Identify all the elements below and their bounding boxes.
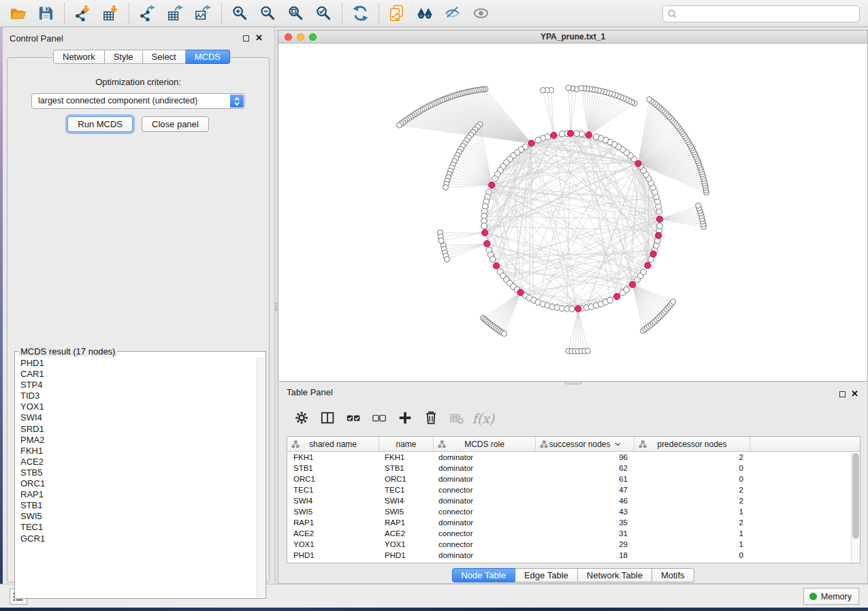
optimization-criterion-select[interactable]: largest connected component (undirected) xyxy=(31,93,245,109)
binoculars-icon xyxy=(417,5,434,22)
result-item[interactable]: FKH1 xyxy=(20,446,257,457)
table-vertical-scrollbar[interactable] xyxy=(851,452,860,563)
table-row[interactable]: RAP1RAP1dominator352 xyxy=(287,517,851,528)
toolbar-separator xyxy=(129,3,129,24)
table-row[interactable]: SWI5SWI5connector431 xyxy=(287,506,851,517)
import-table-button[interactable] xyxy=(97,2,125,25)
add-button[interactable] xyxy=(393,406,419,431)
add-icon xyxy=(398,410,414,427)
share-document-button[interactable] xyxy=(383,2,411,25)
memory-button[interactable]: Memory xyxy=(803,588,859,605)
save-button[interactable] xyxy=(32,2,60,25)
result-item[interactable]: STB5 xyxy=(20,467,257,478)
column-header-successor_nodes[interactable]: successor nodes xyxy=(536,437,634,452)
table-close-icon[interactable]: ✕ xyxy=(851,389,858,399)
result-item[interactable]: STP4 xyxy=(20,380,257,391)
zoom-in-button[interactable] xyxy=(226,2,254,25)
split-panel-button[interactable] xyxy=(315,406,341,431)
result-item[interactable]: YOX1 xyxy=(20,401,257,412)
cell-successor_nodes: 46 xyxy=(536,495,634,506)
table-float-icon[interactable] xyxy=(839,391,846,397)
graphics-details-button[interactable] xyxy=(439,2,467,25)
tab-select[interactable]: Select xyxy=(143,50,186,64)
tab-node-table[interactable]: Node Table xyxy=(451,568,515,582)
network-canvas[interactable] xyxy=(278,44,867,381)
network-graph[interactable] xyxy=(278,44,867,381)
eye-button[interactable] xyxy=(467,2,495,25)
close-panel-icon[interactable]: ✕ xyxy=(255,33,263,44)
zoom-fit-button[interactable] xyxy=(282,2,310,25)
gear-button[interactable] xyxy=(289,406,315,431)
trash-icon xyxy=(423,410,440,427)
export-table-button[interactable] xyxy=(161,2,189,25)
split-panel-icon xyxy=(320,410,336,427)
result-item[interactable]: SWI5 xyxy=(20,511,257,522)
column-label: shared name xyxy=(309,440,357,449)
optimization-criterion-label: Optimization criterion: xyxy=(7,77,269,87)
result-item[interactable]: STB1 xyxy=(20,500,257,511)
close-panel-button[interactable]: Close panel xyxy=(142,116,209,132)
column-header-shared_name[interactable]: shared name xyxy=(287,437,379,452)
cell-name: RAP1 xyxy=(379,517,434,528)
result-item[interactable]: TEC1 xyxy=(20,522,257,533)
network-window-title: YPA_prune.txt_1 xyxy=(278,31,867,43)
gear-icon xyxy=(294,410,310,427)
column-header-mcds_role[interactable]: MCDS role xyxy=(434,437,536,452)
tab-network[interactable]: Network xyxy=(53,50,105,64)
table-row[interactable]: PHD1PHD1dominator180 xyxy=(287,550,851,561)
cell-shared_name: TEC1 xyxy=(287,484,379,495)
zoom-selected-button[interactable] xyxy=(310,2,338,25)
table-row[interactable]: STB1STB1dominator620 xyxy=(287,463,851,474)
cell-successor_nodes: 43 xyxy=(536,506,634,517)
table-row[interactable]: SWI4SWI4dominator462 xyxy=(287,495,851,506)
open-file-button[interactable] xyxy=(4,2,32,25)
window-close-icon[interactable] xyxy=(285,33,292,41)
result-item[interactable]: TID3 xyxy=(20,391,257,401)
tab-motifs[interactable]: Motifs xyxy=(652,568,694,582)
table-row[interactable]: TEC1TEC1connector472 xyxy=(287,484,851,495)
table-row[interactable]: FKH1FKH1dominator962 xyxy=(287,452,851,463)
deselect-all-button[interactable] xyxy=(367,406,393,431)
table-panel-resize-grip[interactable] xyxy=(564,381,582,384)
result-item[interactable]: SWI4 xyxy=(20,412,257,423)
table-header-row: shared namenameMCDS rolesuccessor nodesp… xyxy=(287,437,860,452)
cell-name: YOX1 xyxy=(379,539,434,550)
import-network-button[interactable] xyxy=(69,2,97,25)
result-item[interactable]: ORC1 xyxy=(20,478,257,489)
tab-style[interactable]: Style xyxy=(105,50,143,64)
table-row[interactable]: ORC1ORC1dominator610 xyxy=(287,474,851,484)
export-image-button[interactable] xyxy=(189,2,217,25)
zoom-out-button[interactable] xyxy=(254,2,282,25)
float-panel-icon[interactable] xyxy=(243,35,249,42)
result-item[interactable]: GCR1 xyxy=(20,533,257,544)
table-row[interactable]: YOX1YOX1connector291 xyxy=(287,539,851,550)
table-row[interactable]: ACE2ACE2connector311 xyxy=(287,528,851,539)
tab-edge-table[interactable]: Edge Table xyxy=(515,568,578,582)
window-maximize-icon[interactable] xyxy=(309,33,317,41)
search-input[interactable] xyxy=(677,7,859,21)
window-minimize-icon[interactable] xyxy=(297,33,304,41)
result-item[interactable]: ACE2 xyxy=(20,457,257,467)
result-list-scrollbar[interactable] xyxy=(257,357,265,597)
column-header-name[interactable]: name xyxy=(379,437,434,452)
mcds-result-list: PHD1CAR1STP4TID3YOX1SWI4SRD1PMA2FKH1ACE2… xyxy=(16,357,257,597)
cell-name: ACE2 xyxy=(379,528,434,539)
select-all-button[interactable] xyxy=(341,406,367,431)
network-window-titlebar[interactable]: YPA_prune.txt_1 xyxy=(278,31,867,44)
column-header-predecessor_nodes[interactable]: predecessor nodes xyxy=(634,437,750,452)
tab-mcds[interactable]: MCDS xyxy=(186,50,230,64)
run-mcds-button[interactable]: Run MCDS xyxy=(67,116,133,132)
trash-button[interactable] xyxy=(419,406,445,431)
result-item[interactable]: RAP1 xyxy=(20,489,257,500)
scrollbar-thumb[interactable] xyxy=(852,453,859,539)
result-item[interactable]: PHD1 xyxy=(20,358,257,369)
search-box[interactable] xyxy=(662,5,860,22)
export-network-button[interactable] xyxy=(133,2,161,25)
result-item[interactable]: PMA2 xyxy=(20,435,257,446)
result-item[interactable]: CAR1 xyxy=(20,369,257,380)
tab-network-table[interactable]: Network Table xyxy=(578,568,652,582)
binoculars-button[interactable] xyxy=(411,2,439,25)
result-item[interactable]: SRD1 xyxy=(20,424,257,435)
refresh-button[interactable] xyxy=(347,2,374,25)
search-icon xyxy=(667,9,677,19)
